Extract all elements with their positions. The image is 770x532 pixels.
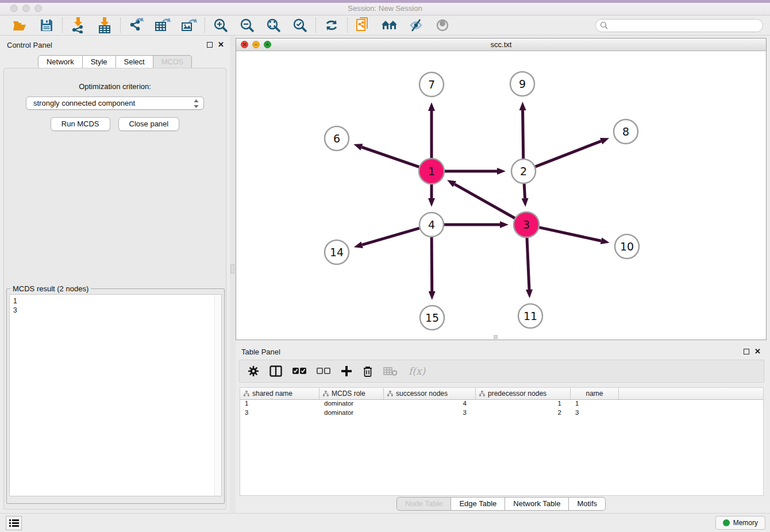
show-visibility-icon[interactable]	[434, 17, 451, 33]
panel-split-divider[interactable]	[230, 36, 236, 513]
graph-edge-arrowhead	[353, 144, 363, 150]
cell-shared-name[interactable]: 1	[240, 400, 319, 409]
application-window: Session: New Session	[0, 0, 770, 532]
graph-edge[interactable]	[536, 141, 602, 167]
cell-shared-name[interactable]: 3	[240, 409, 319, 418]
cell-mcds-role[interactable]: dominator	[319, 409, 384, 418]
network-window-titlebar[interactable]: ✕ − + scc.txt	[236, 38, 766, 51]
criterion-dropdown[interactable]: strongly connected component	[26, 97, 204, 110]
table-tabs: Node Table Edge Table Network Table Moti…	[236, 497, 767, 511]
graph-node-label: 15	[425, 311, 439, 324]
column-header-predecessor-nodes[interactable]: predecessor nodes	[476, 388, 571, 399]
export-network-icon[interactable]	[128, 17, 145, 33]
tab-select[interactable]: Select	[116, 55, 153, 69]
close-panel-icon[interactable]: ✕	[218, 42, 224, 48]
graph-node-label: 7	[428, 78, 435, 91]
delete-column-icon[interactable]	[363, 365, 373, 377]
mcds-result-textarea[interactable]: 1 3	[9, 294, 222, 496]
graph-edge[interactable]	[362, 228, 419, 245]
search-input[interactable]	[595, 19, 763, 32]
tab-mcds[interactable]: MCDS	[153, 55, 192, 69]
select-all-columns-icon[interactable]	[292, 367, 306, 375]
column-header-mcds-role[interactable]: MCDS role	[319, 388, 384, 399]
result-scrollbar[interactable]	[214, 295, 221, 496]
mcds-result-title: MCDS result (2 nodes)	[10, 284, 91, 293]
table-panel-title: Table Panel	[241, 348, 280, 356]
column-type-icon	[244, 391, 249, 396]
import-table-icon[interactable]	[96, 17, 113, 33]
graph-edge[interactable]	[523, 110, 523, 159]
cell-name[interactable]: 3	[571, 409, 619, 418]
graph-edge-arrowhead	[497, 168, 506, 175]
search-field[interactable]	[595, 19, 763, 32]
export-image-icon[interactable]	[180, 17, 198, 33]
show-column-panel-icon[interactable]	[270, 365, 282, 377]
cell-predecessor-nodes[interactable]: 2	[476, 409, 571, 418]
column-type-icon	[323, 391, 329, 396]
close-panel-icon[interactable]: ✕	[754, 349, 761, 354]
cell-predecessor-nodes[interactable]: 1	[476, 400, 571, 409]
close-panel-button[interactable]: Close panel	[118, 117, 180, 131]
hide-visibility-icon[interactable]	[407, 17, 425, 33]
table-panel-header: Table Panel ✕	[241, 346, 761, 357]
zoom-selected-icon[interactable]	[291, 17, 309, 33]
graph-node-label: 10	[620, 240, 634, 253]
delete-table-icon	[383, 367, 398, 376]
home-icon[interactable]	[381, 17, 398, 33]
graph-edge[interactable]	[432, 237, 432, 291]
deselect-all-columns-icon[interactable]	[317, 367, 330, 375]
zoom-fit-icon[interactable]	[265, 17, 282, 33]
export-table-icon[interactable]	[154, 17, 171, 33]
graph-edge[interactable]	[524, 184, 525, 198]
refresh-layout-icon[interactable]	[323, 17, 340, 33]
network-graph[interactable]: 7968124314101511	[236, 51, 766, 340]
graph-edge[interactable]	[455, 184, 515, 219]
float-panel-icon[interactable]	[207, 42, 213, 48]
cell-successor-nodes[interactable]: 3	[384, 409, 476, 418]
clone-network-icon[interactable]	[355, 17, 372, 33]
run-mcds-button[interactable]: Run MCDS	[51, 117, 110, 131]
main-area: Control Panel ✕ Network Style Select MCD…	[0, 36, 770, 513]
tab-network[interactable]: Network	[38, 55, 83, 69]
column-header-shared-name[interactable]: shared name	[240, 388, 319, 399]
cell-name[interactable]: 1	[571, 400, 619, 409]
memory-status-icon	[723, 519, 730, 526]
criterion-dropdown-value: strongly connected component	[33, 99, 135, 107]
task-history-button[interactable]	[6, 516, 22, 530]
memory-button[interactable]: Memory	[715, 516, 765, 530]
tab-node-table[interactable]: Node Table	[396, 497, 452, 511]
create-column-icon[interactable]	[341, 365, 352, 377]
graph-edge-arrowhead	[519, 102, 526, 110]
save-session-icon[interactable]	[38, 17, 55, 33]
float-panel-icon[interactable]	[744, 349, 749, 354]
graph-node-label: 14	[330, 246, 344, 259]
table-row[interactable]: 1 dominator 4 1 1	[240, 400, 763, 409]
column-header-successor-nodes[interactable]: successor nodes	[384, 388, 476, 399]
table-options-gear-icon[interactable]	[248, 365, 259, 377]
split-drag-handle[interactable]	[230, 264, 234, 273]
graph-node-label: 4	[428, 218, 435, 231]
tab-network-table[interactable]: Network Table	[505, 497, 569, 511]
network-canvas[interactable]: 7968124314101511	[236, 51, 766, 340]
graph-edge[interactable]	[527, 237, 529, 290]
tab-motifs[interactable]: Motifs	[569, 497, 606, 511]
zoom-in-icon[interactable]	[212, 17, 229, 33]
canvas-resize-handle[interactable]	[494, 335, 498, 339]
graph-edge-arrowhead	[500, 221, 509, 228]
window-title: Session: New Session	[0, 4, 770, 13]
graph-edge-arrowhead	[428, 102, 435, 111]
open-session-icon[interactable]	[11, 17, 29, 33]
tab-edge-table[interactable]: Edge Table	[451, 497, 505, 511]
import-network-icon[interactable]	[70, 17, 87, 33]
result-line: 3	[13, 306, 218, 315]
cell-successor-nodes[interactable]: 4	[384, 400, 476, 409]
dropdown-stepper-icon	[193, 99, 199, 110]
graph-edge[interactable]	[361, 147, 419, 167]
column-header-name[interactable]: name	[571, 388, 619, 399]
cell-mcds-role[interactable]: dominator	[319, 400, 384, 409]
tab-style[interactable]: Style	[83, 55, 116, 69]
graph-edge[interactable]	[538, 228, 601, 241]
graph-node-label: 11	[523, 310, 537, 322]
zoom-out-icon[interactable]	[238, 17, 256, 33]
table-row[interactable]: 3 dominator 3 2 3	[240, 409, 763, 418]
